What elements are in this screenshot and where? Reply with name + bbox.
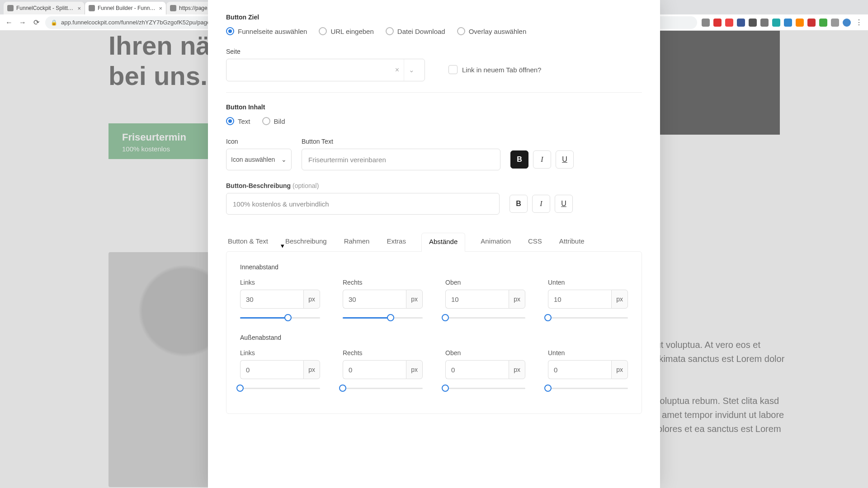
ext-icon[interactable] [702, 19, 710, 27]
close-tab-icon[interactable]: × [159, 5, 162, 12]
underline-button[interactable]: U [555, 195, 573, 213]
spacing-input[interactable] [445, 360, 509, 379]
tab-css[interactable]: CSS [526, 233, 544, 251]
ext-icon[interactable] [737, 19, 745, 27]
ext-icon[interactable] [725, 19, 733, 27]
ext-icon[interactable] [843, 19, 851, 27]
ext-icon[interactable] [749, 19, 757, 27]
section-label: Button Ziel [226, 14, 642, 21]
spacing-input[interactable] [343, 360, 406, 379]
tab-attribute[interactable]: Attribute [557, 233, 586, 251]
field-label: Seite [226, 48, 425, 55]
clear-icon[interactable]: × [395, 66, 399, 74]
spacing-label: Oben [445, 279, 525, 286]
tab-spacing[interactable]: Abstände [421, 233, 465, 252]
radio-download[interactable]: Datei Download [386, 27, 445, 35]
italic-button[interactable]: I [533, 150, 551, 169]
ext-icon[interactable] [713, 19, 722, 27]
spacing-input[interactable] [343, 290, 406, 309]
settings-tabs: Button & Text Beschreibung Rahmen Extras… [226, 233, 642, 251]
unit-label: px [611, 290, 628, 309]
radio-label: Overlay auswählen [469, 28, 527, 35]
reload-button[interactable]: ⟳ [32, 18, 41, 27]
spacing-slider[interactable] [240, 313, 320, 322]
radio-text[interactable]: Text [226, 117, 250, 125]
tab-button-text[interactable]: Button & Text [226, 233, 270, 251]
radio-image[interactable]: Bild [262, 117, 285, 125]
browser-tab[interactable]: Funnel Builder - FunnelCockpit× [85, 2, 166, 14]
spacing-label: Links [240, 279, 320, 286]
spacing-panel: Innenabstand Links px Rechts px O [226, 251, 642, 414]
spacing-input[interactable] [445, 290, 509, 309]
tab-frame[interactable]: Rahmen [342, 233, 372, 251]
field-label: Button Text [302, 138, 500, 145]
spacing-input[interactable] [240, 360, 303, 379]
ext-icon[interactable] [807, 19, 816, 27]
browser-tab[interactable]: FunnelCockpit - Splittests, M…× [4, 2, 85, 14]
spacing-label: Rechts [343, 279, 423, 286]
new-tab-checkbox[interactable] [448, 65, 458, 74]
forward-button[interactable]: → [18, 19, 27, 27]
spacing-slider[interactable] [445, 313, 525, 322]
spacing-title: Außenabstand [240, 334, 628, 341]
ext-icon[interactable] [784, 19, 792, 27]
spacing-input[interactable] [548, 360, 611, 379]
chevron-down-icon: ⌄ [281, 156, 287, 163]
radio-dot [226, 27, 234, 35]
button-description-input[interactable] [226, 193, 500, 215]
spacing-input[interactable] [240, 290, 303, 309]
tab-extras[interactable]: Extras [385, 233, 408, 251]
icon-select[interactable]: Icon auswählen ⌄ [226, 149, 292, 170]
ext-icon[interactable] [796, 19, 804, 27]
button-text-input[interactable] [302, 149, 500, 170]
tab-label: Funnel Builder - FunnelCockpit [98, 5, 156, 11]
unit-label: px [303, 290, 320, 309]
radio-label: Bild [274, 117, 285, 125]
field-label: Icon [226, 138, 292, 145]
spacing-slider[interactable] [343, 384, 423, 393]
tab-description[interactable]: Beschreibung [283, 233, 329, 251]
italic-button[interactable]: I [532, 195, 550, 213]
tab-animation[interactable]: Animation [479, 233, 513, 251]
radio-label: URL eingeben [330, 28, 373, 35]
unit-label: px [509, 360, 525, 379]
ext-icon[interactable] [772, 19, 780, 27]
field-label: Button-Beschreibung (optional) [226, 182, 500, 189]
menu-button[interactable]: ⋮ [854, 18, 863, 27]
bold-button[interactable]: B [509, 195, 528, 213]
spacing-slider[interactable] [240, 384, 320, 393]
lock-icon: 🔒 [51, 19, 57, 26]
radio-dot [319, 27, 327, 35]
spacing-label: Unten [548, 349, 628, 357]
radio-url[interactable]: URL eingeben [319, 27, 373, 35]
radio-label: Funnelseite auswählen [238, 28, 307, 35]
spacing-title: Innenabstand [240, 263, 628, 271]
ext-icon[interactable] [819, 19, 827, 27]
radio-dot [457, 27, 465, 35]
page-select[interactable]: × ⌄ [226, 59, 425, 81]
radio-label: Text [238, 117, 250, 125]
spacing-slider[interactable] [343, 313, 423, 322]
chevron-down-icon[interactable]: ⌄ [404, 59, 419, 81]
unit-label: px [406, 290, 423, 309]
spacing-input[interactable] [548, 290, 611, 309]
unit-label: px [406, 360, 423, 379]
bold-button[interactable]: B [510, 150, 528, 169]
spacing-slider[interactable] [548, 384, 628, 393]
radio-funnel-page[interactable]: Funnelseite auswählen [226, 27, 307, 35]
spacing-label: Oben [445, 349, 525, 357]
checkbox-label: Link in neuem Tab öffnen? [462, 66, 541, 74]
back-button[interactable]: ← [5, 19, 14, 27]
favicon [89, 5, 95, 11]
spacing-slider[interactable] [445, 384, 525, 393]
radio-label: Datei Download [397, 28, 445, 35]
ext-icon[interactable] [831, 19, 839, 27]
spacing-slider[interactable] [548, 313, 628, 322]
tab-label: FunnelCockpit - Splittests, M… [16, 5, 75, 11]
favicon [7, 5, 14, 11]
close-tab-icon[interactable]: × [77, 5, 81, 12]
underline-button[interactable]: U [556, 150, 574, 169]
ext-icon[interactable] [760, 19, 769, 27]
radio-overlay[interactable]: Overlay auswählen [457, 27, 527, 35]
spacing-label: Rechts [343, 349, 423, 357]
